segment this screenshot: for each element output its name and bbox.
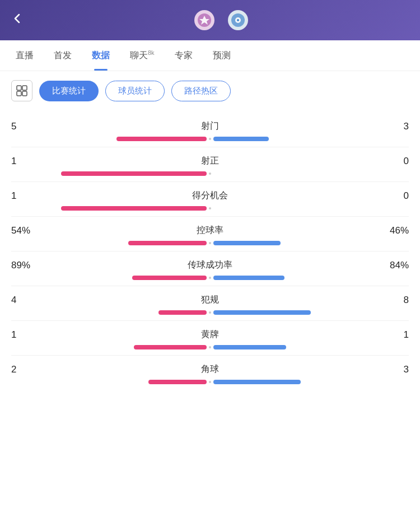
svg-rect-5: [17, 86, 21, 90]
nav-tab-聊天[interactable]: 聊天8k: [120, 40, 165, 71]
team-left-badge: [194, 10, 214, 30]
stat-row-5: 4 犯规 8: [11, 286, 409, 321]
stat-left-val-2: 1: [11, 190, 45, 202]
stat-right-val-6: 1: [375, 329, 409, 341]
sub-tabs: 比赛统计球员统计路径热区: [11, 80, 409, 101]
bar-right-3: [213, 241, 281, 245]
stat-right-val-4: 84%: [375, 260, 409, 271]
sub-tab-0[interactable]: 比赛统计: [39, 81, 99, 101]
match-info: [34, 10, 409, 30]
nav-tab-数据[interactable]: 数据: [82, 41, 120, 71]
stat-row-6: 1 黄牌 1: [11, 321, 409, 356]
svg-rect-6: [22, 86, 27, 90]
stat-right-val-2: 0: [375, 190, 409, 202]
stat-label-7: 角球: [45, 363, 375, 375]
bar-left-wrap-1: [11, 171, 207, 176]
svg-point-4: [237, 19, 239, 21]
stat-label-2: 得分机会: [45, 190, 375, 202]
bar-divider-4: [209, 277, 211, 279]
stat-left-val-1: 1: [11, 156, 45, 167]
sub-tab-1[interactable]: 球员统计: [105, 81, 165, 101]
bar-divider-6: [209, 346, 211, 348]
nav-tabs: 直播首发数据聊天8k专家预测: [0, 40, 420, 71]
stat-left-val-3: 54%: [11, 225, 45, 236]
bar-divider-2: [209, 207, 211, 209]
tab-badge: 8k: [148, 49, 155, 56]
stat-left-val-6: 1: [11, 329, 45, 341]
bar-right-wrap-7: [213, 380, 409, 384]
bar-right-7: [213, 380, 301, 384]
team-right-badge: [228, 10, 248, 30]
bar-right-wrap-5: [213, 310, 409, 315]
stat-row-3: 54% 控球率 46%: [11, 217, 409, 251]
bar-divider-7: [209, 381, 211, 383]
nav-tab-预测[interactable]: 预测: [203, 41, 241, 71]
bar-left-wrap-5: [11, 310, 207, 315]
bar-right-4: [213, 276, 284, 280]
bar-left-6: [134, 345, 207, 349]
stat-row-0: 5 射门 3: [11, 113, 409, 147]
bar-left-1: [61, 171, 207, 176]
content-area: 比赛统计球员统计路径热区 5 射门 3 1 射正 0: [0, 71, 420, 399]
bar-left-2: [61, 206, 207, 211]
bar-left-3: [128, 241, 207, 245]
bar-left-4: [132, 276, 207, 280]
bar-left-wrap-0: [11, 137, 207, 141]
stat-left-val-0: 5: [11, 121, 45, 132]
stat-row-1: 1 射正 0: [11, 147, 409, 182]
stat-right-val-7: 3: [375, 364, 409, 375]
stat-left-val-7: 2: [11, 364, 45, 375]
bar-divider-3: [209, 242, 211, 244]
svg-rect-7: [17, 91, 21, 96]
bar-right-5: [213, 310, 311, 315]
stat-right-val-1: 0: [375, 156, 409, 167]
bar-left-0: [116, 137, 207, 141]
bar-left-wrap-3: [11, 241, 207, 245]
sub-tab-2[interactable]: 路径热区: [171, 81, 231, 101]
bar-divider-5: [209, 311, 211, 314]
bar-right-wrap-0: [213, 137, 409, 141]
bar-right-wrap-6: [213, 345, 409, 349]
svg-rect-8: [22, 91, 27, 96]
bar-divider-1: [209, 173, 211, 175]
bar-right-wrap-3: [213, 241, 409, 245]
stat-label-3: 控球率: [45, 225, 375, 236]
bar-right-6: [213, 345, 286, 349]
bar-right-wrap-4: [213, 276, 409, 280]
bar-right-wrap-2: [213, 206, 409, 211]
bar-left-5: [158, 310, 207, 315]
stat-row-7: 2 角球 3: [11, 356, 409, 390]
bar-left-wrap-6: [11, 345, 207, 349]
stat-row-4: 89% 传球成功率 84%: [11, 251, 409, 286]
stat-right-val-5: 8: [375, 295, 409, 306]
bar-right-0: [213, 137, 269, 141]
stat-label-6: 黄牌: [45, 329, 375, 341]
stat-left-val-4: 89%: [11, 260, 45, 271]
stat-left-val-5: 4: [11, 295, 45, 306]
bar-right-wrap-1: [213, 171, 409, 176]
stat-label-0: 射门: [45, 120, 375, 132]
stat-label-1: 射正: [45, 155, 375, 167]
bar-divider-0: [209, 138, 211, 140]
stat-right-val-3: 46%: [375, 225, 409, 236]
back-button[interactable]: [11, 12, 34, 28]
stat-label-4: 传球成功率: [45, 259, 375, 271]
stats-section: 5 射门 3 1 射正 0: [11, 113, 409, 390]
nav-tab-直播[interactable]: 直播: [6, 41, 44, 71]
layout-icon-button[interactable]: [11, 80, 32, 101]
stat-row-2: 1 得分机会 0: [11, 182, 409, 217]
bar-left-wrap-7: [11, 380, 207, 384]
bar-left-wrap-2: [11, 206, 207, 211]
nav-tab-首发[interactable]: 首发: [44, 41, 82, 71]
stat-label-5: 犯规: [45, 294, 375, 306]
header: [0, 0, 420, 40]
nav-tab-专家[interactable]: 专家: [165, 41, 203, 71]
stat-right-val-0: 3: [375, 121, 409, 132]
bar-left-wrap-4: [11, 276, 207, 280]
bar-left-7: [148, 380, 207, 384]
